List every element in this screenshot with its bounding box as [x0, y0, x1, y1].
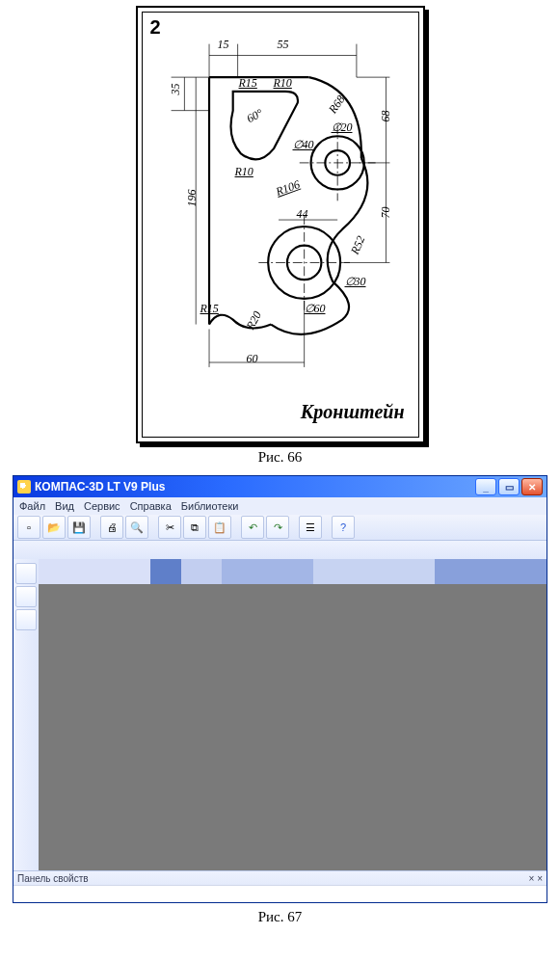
open-button[interactable]: 📂: [42, 516, 66, 539]
menu-file[interactable]: Файл: [19, 500, 45, 512]
dim-dia60: ∅60: [305, 302, 326, 316]
menu-help[interactable]: Справка: [130, 500, 172, 512]
strip-seg: [435, 559, 547, 584]
menu-bar: Файл Вид Сервис Справка Библиотеки: [13, 497, 547, 515]
menu-view[interactable]: Вид: [55, 500, 74, 512]
strip-seg: [181, 559, 222, 584]
paste-button[interactable]: 📋: [208, 516, 231, 539]
minimize-button[interactable]: _: [475, 478, 496, 495]
dim-55: 55: [278, 38, 289, 52]
dim-dia30: ∅30: [345, 275, 366, 289]
maximize-button[interactable]: ▭: [498, 478, 520, 495]
redo-button[interactable]: ↷: [266, 516, 289, 539]
figure-66: 2: [0, 0, 560, 475]
dim-15: 15: [218, 38, 229, 52]
properties-button[interactable]: ☰: [299, 516, 322, 539]
strip-seg: [222, 559, 313, 584]
compact-panel: [13, 559, 40, 871]
properties-panel: Панель свойств × ×: [13, 870, 547, 902]
canvas-header-strip: [39, 559, 547, 584]
strip-seg: [39, 559, 150, 584]
dim-70: 70: [378, 207, 392, 219]
figure-67: КОМПАС-3D LT V9 Plus _ ▭ ✕ Файл Вид Серв…: [0, 475, 560, 935]
drawing-inner-frame: 2: [142, 12, 419, 438]
properties-panel-pin[interactable]: × ×: [529, 873, 543, 884]
window-buttons: _ ▭ ✕: [475, 478, 543, 495]
print-icon: 🖨: [107, 522, 118, 533]
dim-196: 196: [184, 190, 199, 207]
save-button[interactable]: 💾: [67, 516, 91, 539]
new-button[interactable]: ▫: [17, 516, 40, 539]
dim-44: 44: [297, 207, 308, 222]
dim-r15-top: R15: [239, 76, 257, 91]
undo-button[interactable]: ↶: [241, 516, 264, 539]
sidebar-button-1[interactable]: [15, 563, 37, 584]
cut-button[interactable]: ✂: [158, 516, 181, 539]
save-icon: 💾: [72, 522, 86, 533]
dim-68: 68: [378, 111, 392, 122]
dim-35: 35: [168, 84, 182, 95]
copy-button[interactable]: ⧉: [183, 516, 206, 539]
cut-icon: ✂: [166, 522, 174, 533]
preview-icon: 🔍: [130, 522, 144, 533]
dim-r15-bot: R15: [200, 302, 219, 316]
menu-service[interactable]: Сервис: [84, 500, 120, 512]
help-button[interactable]: ?: [332, 516, 355, 539]
strip-seg: [150, 559, 181, 584]
new-icon: ▫: [27, 522, 31, 533]
figure-66-caption: Рис. 66: [258, 449, 303, 466]
sidebar-button-3[interactable]: [15, 609, 37, 630]
app-icon: [17, 480, 31, 494]
print-button[interactable]: 🖨: [100, 516, 123, 539]
properties-panel-body[interactable]: [13, 885, 547, 902]
dim-dia40: ∅40: [293, 138, 314, 152]
redo-icon: ↷: [274, 522, 282, 533]
dim-60: 60: [247, 352, 258, 366]
open-icon: 📂: [47, 522, 61, 533]
properties-panel-title: Панель свойств: [17, 873, 89, 884]
title-bar[interactable]: КОМПАС-3D LT V9 Plus _ ▭ ✕: [13, 476, 547, 497]
sidebar-button-2[interactable]: [15, 586, 37, 607]
drawing-canvas[interactable]: [39, 584, 547, 871]
close-button[interactable]: ✕: [521, 478, 543, 495]
kompas-window: КОМПАС-3D LT V9 Plus _ ▭ ✕ Файл Вид Серв…: [13, 475, 547, 903]
help-icon: ?: [340, 522, 346, 533]
window-title: КОМПАС-3D LT V9 Plus: [35, 480, 475, 494]
strip-seg: [313, 559, 435, 584]
undo-icon: ↶: [249, 522, 257, 533]
standard-toolbar: ▫ 📂 💾 🖨 🔍 ✂ ⧉ 📋 ↶ ↷ ☰ ?: [13, 515, 547, 541]
part-name: Кронштейн: [301, 401, 405, 423]
dim-dia20: ∅20: [332, 120, 353, 135]
preview-button[interactable]: 🔍: [125, 516, 148, 539]
dim-r10-mid: R10: [235, 165, 253, 179]
secondary-toolbar: [13, 541, 547, 561]
dim-r10-top: R10: [274, 76, 292, 91]
properties-icon: ☰: [306, 522, 315, 533]
drawing-frame: 2: [136, 6, 425, 443]
menu-libs[interactable]: Библиотеки: [181, 500, 239, 512]
paste-icon: 📋: [213, 522, 227, 533]
copy-icon: ⧉: [191, 522, 199, 533]
figure-67-caption: Рис. 67: [258, 909, 303, 925]
